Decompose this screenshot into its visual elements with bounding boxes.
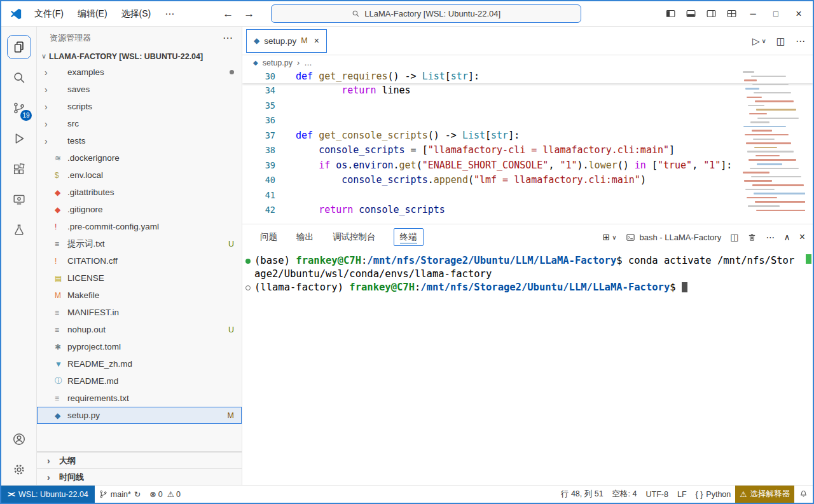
forward-button[interactable]: → — [244, 8, 254, 20]
notifications-bell-button[interactable] — [794, 486, 813, 503]
testing-activity-button[interactable] — [4, 215, 34, 245]
maximize-button[interactable]: □ — [764, 4, 787, 24]
timeline-section[interactable]: › 时间线 — [37, 468, 242, 485]
split-terminal-button[interactable]: ◫ — [730, 232, 738, 242]
close-panel-button[interactable]: × — [799, 231, 805, 243]
folder-item[interactable]: ›saves — [37, 81, 242, 98]
remote-icon: >< — [8, 490, 14, 499]
file-item[interactable]: ≋.dockerignore — [37, 149, 242, 167]
encoding-setting[interactable]: UTF-8 — [642, 486, 673, 503]
settings-activity-button[interactable] — [4, 454, 34, 485]
file-item[interactable]: ◆setup.pyM — [37, 407, 242, 424]
terminal[interactable]: (base) frankey@C7H:/mnt/nfs/Storage2/Ubu… — [242, 250, 813, 485]
kill-terminal-button[interactable] — [747, 233, 757, 242]
file-item[interactable]: ≡nohup.outU — [37, 321, 242, 338]
file-item[interactable]: !.pre-commit-config.yaml — [37, 218, 242, 235]
close-tab-icon[interactable]: × — [314, 36, 319, 46]
chevron-right-icon: › — [45, 119, 55, 129]
file-item[interactable]: !CITATION.cff — [37, 252, 242, 269]
toggle-secondary-sidebar-icon[interactable] — [701, 5, 721, 23]
code-line[interactable]: 42 return console_scripts — [242, 203, 813, 218]
run-python-file-button[interactable]: ▷ ∨ — [752, 36, 766, 47]
command-center-search[interactable]: LLaMA-Factory [WSL: Ubuntu-22.04] — [271, 4, 581, 23]
menu-item[interactable]: 选择(S) — [115, 5, 158, 23]
breadcrumb-file[interactable]: setup.py — [263, 58, 293, 67]
code-line[interactable]: 37def get_console_scripts() -> List[str]… — [242, 128, 813, 144]
panel-tab[interactable]: 调试控制台 — [331, 228, 377, 246]
file-item[interactable]: ⓘREADME.md — [37, 372, 242, 390]
file-item[interactable]: $.env.local — [37, 167, 242, 184]
menu-item[interactable]: 编辑(E) — [71, 5, 114, 23]
breadcrumb[interactable]: ◆ setup.py › … — [242, 55, 813, 70]
eol-setting[interactable]: LF — [673, 486, 691, 503]
branch-indicator[interactable]: main* ↻ — [95, 486, 145, 503]
explorer-activity-button[interactable] — [4, 32, 34, 62]
back-button[interactable]: ← — [223, 8, 233, 20]
customize-layout-icon[interactable] — [721, 5, 742, 23]
explorer-more-actions-button[interactable]: ⋯ — [223, 32, 233, 44]
toggle-primary-sidebar-icon[interactable] — [660, 5, 680, 23]
minimize-button[interactable]: ─ — [742, 4, 764, 24]
folder-item[interactable]: ›tests — [37, 132, 242, 149]
breadcrumb-tail[interactable]: … — [304, 58, 312, 67]
item-label: pyproject.toml — [67, 342, 234, 351]
code-line[interactable]: 41 — [242, 188, 813, 203]
panel-tab[interactable]: 问题 — [259, 228, 279, 246]
folder-item[interactable]: ›src — [37, 115, 242, 132]
file-item[interactable]: ▼README_zh.md — [37, 355, 242, 372]
branch-label: main* — [111, 490, 131, 499]
maximize-panel-button[interactable]: ∧ — [783, 232, 790, 242]
file-item[interactable]: ≡MANIFEST.in — [37, 304, 242, 321]
workspace-section-header[interactable]: ∨ LLAMA-FACTORY [WSL: UBUNTU-22.04] — [37, 49, 242, 64]
file-item[interactable]: ≡提示词.txtU — [37, 235, 242, 252]
chevron-right-icon: › — [297, 58, 300, 67]
search-activity-button[interactable] — [4, 62, 34, 93]
file-item[interactable]: ◆.gitattributes — [37, 184, 242, 201]
remote-explorer-activity-button[interactable] — [4, 184, 34, 215]
language-mode[interactable]: { } Python — [691, 486, 736, 503]
file-item[interactable]: ✱pyproject.toml — [37, 338, 242, 355]
sidebar-title: 资源管理器 — [50, 32, 91, 44]
panel-more-actions-button[interactable]: ⋯ — [766, 232, 775, 242]
split-editor-button[interactable]: ◫ — [776, 36, 785, 47]
launch-profile-button[interactable]: ⊞ ∨ — [603, 232, 617, 242]
sticky-scroll-line[interactable]: 30def get_requires() -> List[str]: — [242, 70, 813, 83]
code-editor[interactable]: 30def get_requires() -> List[str]: 34 re… — [242, 70, 813, 224]
menu-item[interactable]: 文件(F) — [28, 5, 70, 23]
close-button[interactable]: × — [787, 4, 810, 24]
file-item[interactable]: MMakefile — [37, 287, 242, 304]
panel-tab[interactable]: 终端 — [394, 228, 424, 246]
code-line[interactable]: 39 if os.environ.get("ENABLE_SHORT_CONSO… — [242, 158, 813, 174]
editor-more-actions-button[interactable]: ⋯ — [796, 36, 805, 47]
code-line[interactable]: 40 console_scripts.append("lmf = llamafa… — [242, 173, 813, 188]
minimap[interactable] — [742, 71, 805, 224]
item-label: requirements.txt — [67, 393, 234, 403]
toggle-panel-icon[interactable] — [680, 5, 701, 23]
panel-tab[interactable]: 输出 — [295, 228, 315, 246]
file-item[interactable]: ▤LICENSE — [37, 269, 242, 287]
source-control-activity-button[interactable]: 19 — [4, 93, 34, 123]
file-item[interactable]: ≡requirements.txt — [37, 390, 242, 407]
menu-overflow-button[interactable]: ⋯ — [157, 5, 182, 23]
select-interpreter-button[interactable]: ⚠ 选择解释器 — [735, 486, 794, 503]
code-line[interactable]: 36 — [242, 113, 813, 128]
code-line[interactable]: 34 return lines — [242, 83, 813, 99]
python-icon: ◆ — [254, 36, 259, 45]
run-icon: ▷ — [752, 36, 760, 47]
remote-indicator[interactable]: >< WSL: Ubuntu-22.04 — [1, 486, 95, 503]
code-line[interactable]: 35 — [242, 99, 813, 114]
cursor-position[interactable]: 行 48, 列 51 — [556, 486, 608, 503]
folder-item[interactable]: ›scripts — [37, 98, 242, 115]
extensions-activity-button[interactable] — [4, 154, 34, 184]
folder-item[interactable]: ›examples — [37, 64, 242, 81]
terminal-instance-selector[interactable]: bash - LLaMA-Factory — [626, 233, 722, 242]
tab-setup-py[interactable]: ◆ setup.py M × — [246, 29, 327, 53]
run-debug-activity-button[interactable] — [4, 123, 34, 154]
chevron-down-icon: ∨ — [41, 52, 46, 60]
code-line[interactable]: 38 console_scripts = ["llamafactory-cli … — [242, 143, 813, 158]
problems-indicator[interactable]: ⊗ 0 ⚠ 0 — [145, 486, 185, 503]
file-item[interactable]: ◆.gitignore — [37, 201, 242, 218]
account-activity-button[interactable] — [4, 424, 34, 454]
outline-section[interactable]: › 大纲 — [37, 452, 242, 468]
indentation-setting[interactable]: 空格: 4 — [608, 486, 642, 503]
